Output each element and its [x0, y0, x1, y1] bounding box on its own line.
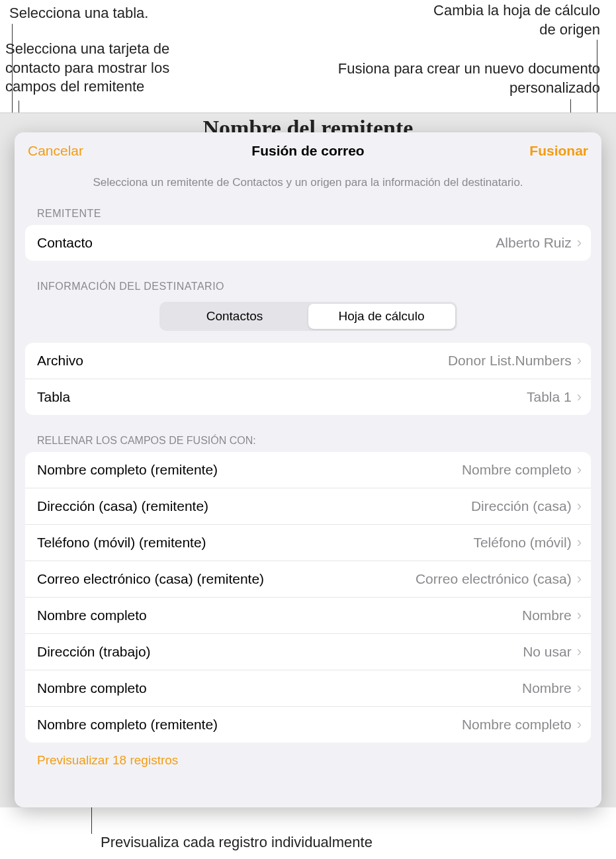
leader-line [91, 806, 92, 834]
fields-section-header: RELLENAR LOS CAMPOS DE FUSIÓN CON: [15, 431, 601, 452]
recipient-source-segmented[interactable]: Contactos Hoja de cálculo [159, 302, 457, 331]
mail-merge-sheet: Cancelar Fusión de correo Fusionar Selec… [15, 132, 601, 807]
chevron-right-icon: › [577, 608, 582, 623]
merge-field-label: Teléfono (móvil) (remitente) [37, 535, 473, 551]
merge-field-row[interactable]: Nombre completo (remitente)Nombre comple… [25, 707, 591, 743]
callout-preview-records: Previsualiza cada registro individualmen… [101, 833, 498, 852]
table-row[interactable]: Tabla Tabla 1 › [25, 379, 591, 415]
cancel-button[interactable]: Cancelar [28, 143, 83, 159]
merge-field-label: Nombre completo [37, 608, 522, 623]
chevron-right-icon: › [577, 236, 582, 250]
merge-field-row[interactable]: Nombre completo (remitente)Nombre comple… [25, 452, 591, 488]
segment-spreadsheet[interactable]: Hoja de cálculo [308, 304, 455, 329]
file-value: Donor List.Numbers [448, 353, 572, 369]
merge-field-value: Nombre [522, 680, 572, 696]
chevron-right-icon: › [577, 717, 582, 732]
chevron-right-icon: › [577, 572, 582, 586]
table-label: Tabla [37, 389, 527, 405]
sender-section-header: REMITENTE [15, 204, 601, 225]
merge-field-label: Nombre completo (remitente) [37, 462, 462, 478]
merge-field-label: Nombre completo (remitente) [37, 717, 462, 733]
fields-list: Nombre completo (remitente)Nombre comple… [25, 452, 591, 743]
chevron-right-icon: › [577, 681, 582, 696]
file-row[interactable]: Archivo Donor List.Numbers › [25, 343, 591, 379]
merge-field-value: Nombre completo [462, 462, 572, 478]
sheet-header: Cancelar Fusión de correo Fusionar [15, 132, 601, 169]
segment-contacts[interactable]: Contactos [161, 304, 308, 329]
file-table-list: Archivo Donor List.Numbers › Tabla Tabla… [25, 343, 591, 415]
sender-list: Contacto Alberto Ruiz › [25, 225, 591, 261]
merge-field-row[interactable]: Teléfono (móvil) (remitente)Teléfono (mó… [25, 525, 591, 561]
table-value: Tabla 1 [527, 389, 572, 405]
merge-field-label: Dirección (trabajo) [37, 644, 523, 660]
callout-select-contact-card: Selecciona una tarjeta de contacto para … [5, 40, 217, 97]
callout-select-table: Selecciona una tabla. [9, 4, 214, 23]
chevron-right-icon: › [577, 353, 582, 368]
merge-field-value: Nombre completo [462, 717, 572, 733]
chevron-right-icon: › [577, 645, 582, 659]
callout-change-spreadsheet: Cambia la hoja de cálculo de origen [415, 1, 600, 39]
merge-field-row[interactable]: Nombre completoNombre› [25, 598, 591, 634]
merge-field-row[interactable]: Correo electrónico (casa) (remitente)Cor… [25, 561, 591, 598]
merge-field-row[interactable]: Dirección (casa) (remitente)Dirección (c… [25, 488, 591, 525]
sheet-title: Fusión de correo [251, 143, 364, 159]
merge-field-label: Correo electrónico (casa) (remitente) [37, 571, 416, 587]
chevron-right-icon: › [577, 535, 582, 550]
merge-field-value: Correo electrónico (casa) [416, 571, 572, 587]
file-label: Archivo [37, 353, 448, 369]
contact-label: Contacto [37, 235, 496, 251]
sheet-subtitle: Selecciona un remitente de Contactos y u… [15, 169, 601, 204]
merge-field-value: No usar [523, 644, 572, 660]
merge-button[interactable]: Fusionar [529, 143, 588, 159]
preview-records-link[interactable]: Previsualizar 18 registros [15, 746, 200, 774]
chevron-right-icon: › [577, 463, 582, 477]
merge-field-value: Dirección (casa) [471, 498, 572, 514]
contact-value: Alberto Ruiz [496, 235, 571, 251]
contact-row[interactable]: Contacto Alberto Ruiz › [25, 225, 591, 261]
merge-field-value: Nombre [522, 608, 572, 623]
merge-field-value: Teléfono (móvil) [473, 535, 571, 551]
chevron-right-icon: › [577, 499, 582, 514]
merge-field-label: Nombre completo [37, 680, 522, 696]
callout-merge-doc: Fusiona para crear un nuevo documento pe… [335, 60, 600, 97]
merge-field-label: Dirección (casa) (remitente) [37, 498, 471, 514]
merge-field-row[interactable]: Nombre completoNombre› [25, 670, 591, 707]
chevron-right-icon: › [577, 390, 582, 404]
merge-field-row[interactable]: Dirección (trabajo)No usar› [25, 634, 591, 670]
recipient-section-header: INFORMACIÓN DEL DESTINATARIO [15, 277, 601, 298]
